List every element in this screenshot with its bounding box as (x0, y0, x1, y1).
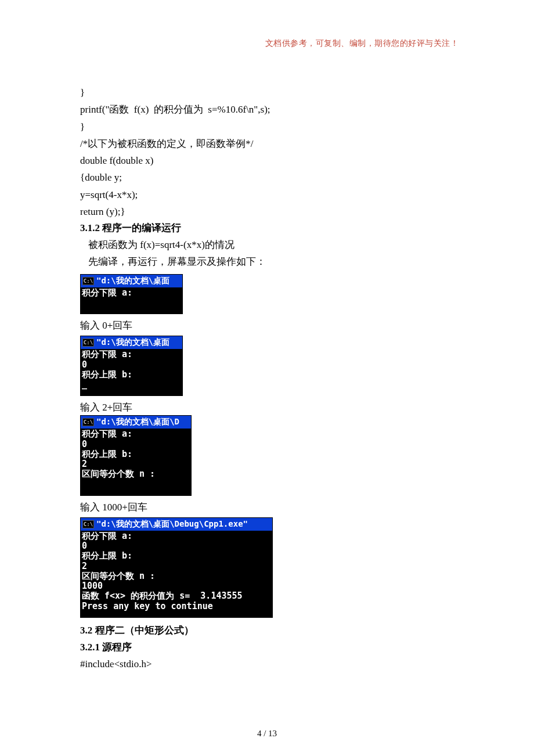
terminal-titlebar: C:\ "d:\我的文档\桌面 (81, 275, 182, 287)
terminal-screenshot: C:\ "d:\我的文档\桌面 积分下限 a: (80, 274, 464, 315)
paragraph: 先编译，再运行，屏幕显示及操作如下： (80, 254, 464, 271)
terminal-title-text: "d:\我的文档\桌面 (96, 337, 169, 348)
terminal-titlebar: C:\ "d:\我的文档\桌面\D (81, 416, 191, 429)
caption: 输入 2+回车 (80, 401, 464, 414)
header-note: 文档供参考，可复制、编制，期待您的好评与关注！ (265, 38, 459, 49)
terminal-body: 积分下限 a: 0 积分上限 b: _ (81, 349, 182, 395)
terminal-body: 积分下限 a: (81, 287, 182, 314)
code-line: /*以下为被积函数的定义，即函数举例*/ (80, 138, 253, 149)
code-line: } (80, 121, 85, 132)
section-heading: 3.2 程序二（中矩形公式） (80, 622, 464, 639)
cmd-icon: C:\ (82, 418, 94, 426)
code-line: #include<stdio.h> (80, 656, 464, 673)
terminal-screenshot: C:\ "d:\我的文档\桌面\Debug\Cpp1.exe" 积分下限 a: … (80, 517, 464, 618)
code-line: {double y; (80, 172, 122, 183)
caption: 输入 0+回车 (80, 319, 464, 332)
page: 文档供参考，可复制、编制，期待您的好评与关注！ } printf("函数 f(x… (0, 0, 534, 756)
section-heading: 3.1.2 程序一的编译运行 (80, 220, 464, 237)
code-line: } (80, 87, 85, 98)
terminal-title-text: "d:\我的文档\桌面\D (96, 417, 179, 427)
cmd-icon: C:\ (82, 277, 94, 285)
terminal-titlebar: C:\ "d:\我的文档\桌面\Debug\Cpp1.exe" (81, 518, 272, 531)
terminal-title-text: "d:\我的文档\桌面 (96, 276, 169, 286)
code-line: double f(double x) (80, 155, 154, 166)
code-line: printf("函数 f(x) 的积分值为 s=%10.6f\n",s); (80, 104, 270, 115)
code-block: } printf("函数 f(x) 的积分值为 s=%10.6f\n",s); … (80, 67, 464, 220)
section-heading: 3.2.1 源程序 (80, 639, 464, 656)
page-number: 4 / 13 (0, 729, 534, 739)
terminal-screenshot: C:\ "d:\我的文档\桌面 积分下限 a: 0 积分上限 b: _ (80, 336, 464, 396)
caption: 输入 1000+回车 (80, 501, 464, 514)
code-line: return (y);} (80, 206, 125, 217)
code-line: y=sqrt(4-x*x); (80, 189, 138, 200)
cmd-icon: C:\ (82, 339, 94, 347)
terminal-screenshot: C:\ "d:\我的文档\桌面\D 积分下限 a: 0 积分上限 b: 2 区间… (80, 415, 464, 496)
cmd-icon: C:\ (82, 520, 94, 528)
paragraph: 被积函数为 f(x)=sqrt4-(x*x)的情况 (80, 237, 464, 254)
terminal-titlebar: C:\ "d:\我的文档\桌面 (81, 336, 182, 349)
terminal-body: 积分下限 a: 0 积分上限 b: 2 区间等分个数 n : 1000 函数 f… (81, 531, 272, 617)
terminal-body: 积分下限 a: 0 积分上限 b: 2 区间等分个数 n : (81, 429, 191, 495)
terminal-title-text: "d:\我的文档\桌面\Debug\Cpp1.exe" (96, 519, 248, 530)
